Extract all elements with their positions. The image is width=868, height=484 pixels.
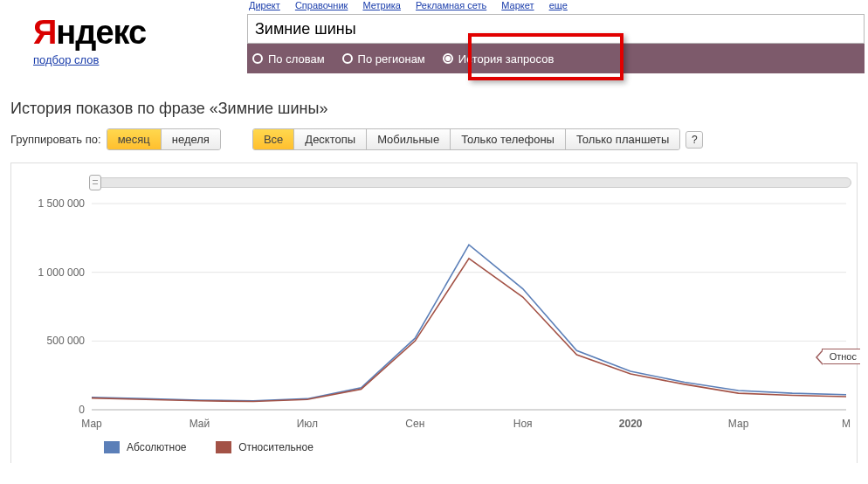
nav-link-metrika[interactable]: Метрика [362, 0, 401, 10]
tooltip-badge: Относ [822, 349, 860, 364]
nav-link-spravochnik[interactable]: Справочник [295, 0, 348, 10]
radio-dot-icon [342, 53, 353, 64]
chart-legend: Абсолютное Относительное [17, 434, 851, 456]
legend-swatch-icon [104, 441, 120, 453]
svg-text:Мар: Мар [728, 418, 749, 430]
title-suffix: » [319, 100, 327, 117]
history-line-chart: 0500 0001 000 0001 500 000МарМайИюлСенНо… [17, 198, 851, 434]
svg-text:Ноя: Ноя [513, 418, 533, 430]
radio-history[interactable]: История запросов [443, 52, 555, 66]
title-phrase: Зимние шины [218, 100, 320, 117]
svg-text:1 000 000: 1 000 000 [38, 266, 86, 279]
legend-swatch-icon [216, 441, 231, 453]
radio-dot-icon [252, 53, 263, 64]
group-month-button[interactable]: месяц [107, 129, 161, 149]
legend-label: Абсолютное [127, 441, 187, 453]
svg-text:2020: 2020 [619, 418, 643, 430]
help-button[interactable]: ? [685, 131, 703, 149]
svg-text:Мар: Мар [81, 418, 102, 430]
device-tablets-button[interactable]: Только планшеты [565, 129, 679, 149]
top-nav-links: Директ Справочник Метрика Рекламная сеть… [0, 0, 868, 14]
scrollbar-handle-icon[interactable] [89, 175, 101, 190]
wordstat-subtitle-link[interactable]: подбор слов [33, 53, 160, 66]
svg-text:Май: Май [189, 418, 210, 430]
group-by-label: Группировать по: [10, 133, 101, 146]
nav-link-market[interactable]: Маркет [501, 0, 534, 10]
radio-dot-icon [443, 53, 453, 64]
svg-text:М: М [842, 418, 851, 430]
mode-radio-bar: По словам По регионам История запросов [247, 44, 865, 73]
nav-link-more[interactable]: еще [549, 0, 568, 10]
logo-letter-ya: Я [33, 14, 56, 51]
nav-link-adnetwork[interactable]: Рекламная сеть [416, 0, 486, 10]
svg-text:Сен: Сен [405, 418, 424, 430]
logo-rest: ндекс [56, 14, 146, 51]
yandex-logo[interactable]: Яндекс [33, 14, 160, 52]
search-input[interactable] [247, 14, 865, 44]
svg-text:0: 0 [79, 404, 85, 416]
page-title: История показов по фразе «Зимние шины» [0, 73, 868, 128]
svg-text:500 000: 500 000 [47, 335, 86, 347]
radio-by-words[interactable]: По словам [252, 52, 325, 66]
radio-label: По регионам [358, 52, 425, 66]
group-by-buttons: месяц неделя [107, 128, 221, 150]
chart-time-scrollbar[interactable] [92, 177, 851, 188]
nav-link-direct[interactable]: Директ [249, 0, 280, 10]
chart-container: 0500 0001 000 0001 500 000МарМайИюлСенНо… [10, 162, 858, 463]
radio-by-regions[interactable]: По регионам [342, 52, 425, 66]
radio-label: По словам [268, 52, 325, 66]
device-buttons: Все Десктопы Мобильные Только телефоны Т… [252, 128, 680, 150]
device-phones-button[interactable]: Только телефоны [450, 129, 565, 149]
group-week-button[interactable]: неделя [161, 129, 220, 149]
svg-text:Июл: Июл [297, 418, 318, 430]
title-prefix: История показов по фразе « [10, 100, 218, 117]
legend-item-relative[interactable]: Относительное [216, 441, 313, 453]
device-all-button[interactable]: Все [253, 129, 293, 149]
device-mobile-button[interactable]: Мобильные [366, 129, 450, 149]
legend-label: Относительное [238, 441, 313, 453]
legend-item-absolute[interactable]: Абсолютное [104, 441, 187, 453]
controls-row: Группировать по: месяц неделя Все Дескто… [0, 128, 868, 150]
radio-label: История запросов [458, 52, 555, 66]
device-desktops-button[interactable]: Десктопы [293, 129, 366, 149]
svg-text:1 500 000: 1 500 000 [38, 198, 86, 210]
logo-block: Яндекс подбор слов [33, 14, 160, 66]
